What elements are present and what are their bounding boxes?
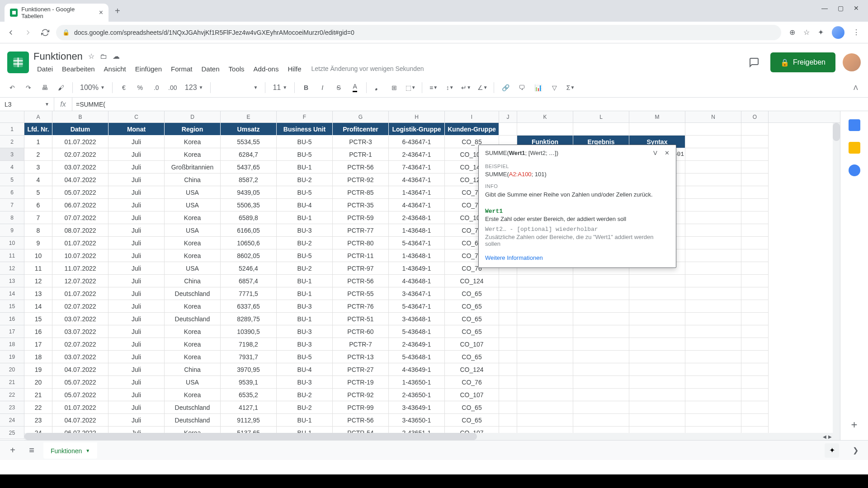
- account-avatar[interactable]: [843, 53, 861, 71]
- cell[interactable]: [685, 174, 741, 186]
- column-header[interactable]: L: [573, 111, 629, 122]
- cell[interactable]: 10: [24, 249, 52, 262]
- help-close-icon[interactable]: ✕: [665, 150, 670, 156]
- side-panel-toggle[interactable]: ❯: [848, 443, 863, 458]
- extensions-icon[interactable]: ✦: [818, 28, 824, 37]
- cell[interactable]: 22: [24, 401, 52, 414]
- comment-insert-button[interactable]: 🗨: [515, 81, 528, 94]
- cell[interactable]: [499, 389, 517, 401]
- cell[interactable]: [629, 313, 685, 325]
- cell[interactable]: [573, 414, 629, 427]
- cell[interactable]: 12: [24, 275, 52, 287]
- row-header[interactable]: 25: [0, 427, 24, 439]
- cell[interactable]: [499, 313, 517, 325]
- cell[interactable]: [685, 313, 741, 325]
- column-header[interactable]: F: [277, 111, 333, 122]
- cell[interactable]: 06.07.2022: [52, 199, 108, 211]
- cell[interactable]: 2-43648-1: [389, 211, 445, 224]
- cell[interactable]: [517, 300, 573, 313]
- cell[interactable]: CO_65: [445, 300, 499, 313]
- column-header[interactable]: K: [517, 111, 573, 122]
- help-more-link[interactable]: Weitere Informationen: [479, 250, 676, 267]
- zoom-select[interactable]: 100%▼: [77, 84, 108, 92]
- cell[interactable]: 04.07.2022: [52, 363, 108, 376]
- row-header[interactable]: 12: [0, 262, 24, 275]
- cell[interactable]: 4-43647-1: [389, 199, 445, 211]
- row-header[interactable]: 3: [0, 148, 24, 161]
- cell[interactable]: 7198,2: [221, 338, 277, 351]
- cell[interactable]: [573, 338, 629, 351]
- cell[interactable]: 7771,5: [221, 287, 277, 300]
- cell[interactable]: [741, 148, 769, 161]
- cell[interactable]: China: [165, 275, 221, 287]
- cell[interactable]: 1-43648-1: [389, 224, 445, 237]
- cell[interactable]: 8: [24, 224, 52, 237]
- rotate-button[interactable]: ∠▼: [476, 81, 489, 94]
- cell[interactable]: [573, 287, 629, 300]
- cell[interactable]: CO_65: [445, 414, 499, 427]
- row-header[interactable]: 11: [0, 249, 24, 262]
- cell[interactable]: 16: [24, 325, 52, 338]
- cell[interactable]: 2-43650-1: [389, 389, 445, 401]
- cell[interactable]: [573, 300, 629, 313]
- row-header[interactable]: 23: [0, 401, 24, 414]
- cell[interactable]: [741, 300, 769, 313]
- bookmark-icon[interactable]: ☆: [803, 28, 810, 37]
- cell[interactable]: Juli: [108, 211, 165, 224]
- cell[interactable]: PCTR-92: [333, 174, 389, 186]
- cell[interactable]: CO_107: [445, 338, 499, 351]
- cell[interactable]: BU-4: [277, 363, 333, 376]
- cell[interactable]: 3-43647-1: [389, 287, 445, 300]
- cell[interactable]: [741, 262, 769, 275]
- cell[interactable]: [499, 351, 517, 363]
- cell[interactable]: [517, 123, 573, 136]
- cell[interactable]: [517, 414, 573, 427]
- cell[interactable]: [573, 363, 629, 376]
- cell[interactable]: 6284,7: [221, 148, 277, 161]
- cell[interactable]: 5: [24, 186, 52, 199]
- currency-button[interactable]: €: [117, 81, 131, 94]
- row-header[interactable]: 5: [0, 174, 24, 186]
- cell[interactable]: 05.07.2022: [52, 186, 108, 199]
- cell[interactable]: [685, 338, 741, 351]
- cell[interactable]: 18: [24, 351, 52, 363]
- cell[interactable]: [629, 401, 685, 414]
- share-button[interactable]: 🔒 Freigeben: [770, 52, 835, 72]
- cell[interactable]: 1: [24, 136, 52, 148]
- comments-button[interactable]: [745, 53, 763, 71]
- move-icon[interactable]: 🗀: [100, 52, 107, 61]
- cell[interactable]: PCTR-55: [333, 287, 389, 300]
- cell[interactable]: 3: [24, 161, 52, 174]
- cell[interactable]: [629, 389, 685, 401]
- column-header[interactable]: D: [165, 111, 221, 122]
- cell[interactable]: 9439,05: [221, 186, 277, 199]
- cell[interactable]: [685, 249, 741, 262]
- cell[interactable]: CO_76: [445, 376, 499, 389]
- cell[interactable]: [741, 389, 769, 401]
- merge-button[interactable]: ⬚▼: [404, 81, 417, 94]
- cell[interactable]: 04.07.2022: [52, 414, 108, 427]
- cell[interactable]: BU-5: [277, 136, 333, 148]
- cell[interactable]: BU-5: [277, 351, 333, 363]
- cell[interactable]: [499, 287, 517, 300]
- cell[interactable]: 5-43647-1: [389, 237, 445, 249]
- functions-button[interactable]: Σ▼: [564, 81, 577, 94]
- cell[interactable]: 4127,1: [221, 401, 277, 414]
- cell[interactable]: 21: [24, 389, 52, 401]
- cell[interactable]: [517, 351, 573, 363]
- reload-button[interactable]: [39, 26, 52, 39]
- cell[interactable]: Monat: [108, 123, 165, 136]
- cell[interactable]: Juli: [108, 313, 165, 325]
- cell[interactable]: BU-1: [277, 414, 333, 427]
- cell[interactable]: [685, 287, 741, 300]
- cell[interactable]: [517, 376, 573, 389]
- row-header[interactable]: 19: [0, 351, 24, 363]
- cell[interactable]: Korea: [165, 249, 221, 262]
- cell[interactable]: BU-2: [277, 401, 333, 414]
- cloud-status-icon[interactable]: ☁: [113, 52, 120, 61]
- cell[interactable]: [741, 136, 769, 148]
- cell[interactable]: BU-4: [277, 199, 333, 211]
- add-sheet-button[interactable]: +: [5, 443, 20, 458]
- cell[interactable]: 15: [24, 313, 52, 325]
- cell[interactable]: BU-3: [277, 325, 333, 338]
